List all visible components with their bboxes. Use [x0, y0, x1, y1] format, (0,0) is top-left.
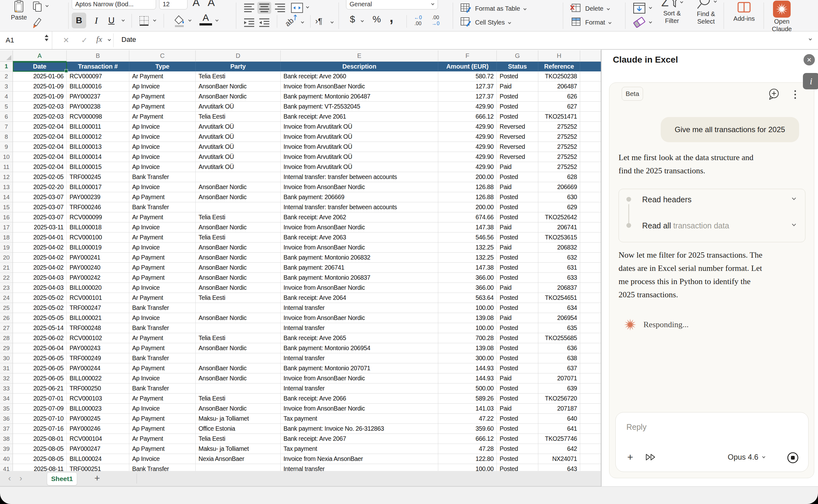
addins-button[interactable]: Add-ins — [730, 1, 758, 22]
cell-I38[interactable] — [580, 434, 601, 444]
sort-filter-button[interactable]: Z Sort & Filter — [656, 0, 688, 25]
cell-E41[interactable]: Internal transfer — [281, 464, 438, 471]
cell-C23[interactable]: Ap Invoice — [129, 283, 196, 293]
cell-I17[interactable] — [580, 222, 601, 232]
cell-F23[interactable]: 366.00 — [438, 283, 497, 293]
cell-C27[interactable]: Bank Transfer — [129, 323, 196, 333]
cell-C3[interactable]: Ap Invoice — [129, 81, 196, 92]
cell-A21[interactable]: 2025-04-02 — [13, 263, 67, 273]
cell-D38[interactable]: Telia Eesti — [196, 434, 281, 444]
cell-I40[interactable] — [580, 454, 601, 464]
row-header-39[interactable]: 39 — [0, 444, 13, 454]
cell-F11[interactable]: 429.90 — [438, 162, 497, 172]
cell-A35[interactable]: 2025-07-09 — [13, 404, 67, 414]
cell-D6[interactable]: Telia Eesti — [196, 112, 281, 122]
row-header-3[interactable]: 3 — [0, 81, 13, 92]
cell-B13[interactable]: BILL000017 — [67, 182, 129, 192]
cell-I37[interactable] — [580, 424, 601, 434]
cell-G34[interactable]: Posted — [497, 394, 538, 404]
number-format-box[interactable]: General — [346, 0, 438, 9]
cell-C40[interactable]: Ap Invoice — [129, 454, 196, 464]
cell-H4[interactable]: 626 — [538, 92, 580, 102]
row-header-20[interactable]: 20 — [0, 253, 13, 263]
cell-C14[interactable]: Ap Payment — [129, 192, 196, 202]
cell-B24[interactable]: RCV000101 — [67, 293, 129, 303]
cell-A41[interactable]: 2025-08-11 — [13, 464, 67, 471]
cell-E22[interactable]: Bank payment: Montonio 206837 — [281, 273, 438, 283]
copy-dropdown-icon[interactable] — [46, 4, 49, 7]
cell-C33[interactable]: Bank Transfer — [129, 384, 196, 394]
cell-A9[interactable]: 2025-02-04 — [13, 142, 67, 152]
cell-I13[interactable] — [580, 182, 601, 192]
cell-D5[interactable]: Arvutitark OÜ — [196, 102, 281, 112]
cell-C39[interactable]: Ap Payment — [129, 444, 196, 454]
cell-F25[interactable]: 100.00 — [438, 303, 497, 313]
cell-F22[interactable]: 366.00 — [438, 273, 497, 283]
cell-H37[interactable]: 641 — [538, 424, 580, 434]
cell-F7[interactable]: 429.90 — [438, 122, 497, 132]
skip-button[interactable] — [645, 453, 656, 462]
cell-I1[interactable] — [580, 62, 601, 71]
row-header-33[interactable]: 33 — [0, 384, 13, 394]
cell-G3[interactable]: Paid — [497, 81, 538, 92]
cell-D1[interactable]: Party — [196, 62, 281, 71]
font-color-dropdown-icon[interactable] — [216, 19, 219, 22]
cell-B4[interactable]: PAY000237 — [67, 92, 129, 102]
cell-I10[interactable] — [580, 152, 601, 162]
cell-E18[interactable]: Bank receipt: Arve 2063 — [281, 232, 438, 243]
row-header-15[interactable]: 15 — [0, 202, 13, 212]
align-top-icon[interactable] — [243, 3, 255, 14]
merge-center-icon[interactable] — [290, 2, 304, 15]
cell-A16[interactable]: 2025-03-07 — [13, 212, 67, 222]
cell-E8[interactable]: Invoice from Arvutitark OÜ — [281, 132, 438, 142]
row-header-16[interactable]: 16 — [0, 212, 13, 222]
cell-D11[interactable]: Arvutitark OÜ — [196, 162, 281, 172]
row-header-22[interactable]: 22 — [0, 273, 13, 283]
cell-B36[interactable]: PAY000245 — [67, 414, 129, 424]
currency-format-icon[interactable]: $ — [350, 14, 355, 25]
cell-F19[interactable]: 132.25 — [438, 243, 497, 253]
cell-G10[interactable]: Reversed — [497, 152, 538, 162]
cell-F9[interactable]: 429.90 — [438, 142, 497, 152]
cell-C29[interactable]: Ap Payment — [129, 343, 196, 353]
cell-E40[interactable]: Invoice from Nexia AnsonBaer — [281, 454, 438, 464]
cell-H8[interactable]: 275252 — [538, 132, 580, 142]
cell-H7[interactable]: 275252 — [538, 122, 580, 132]
cell-H20[interactable]: 632 — [538, 253, 580, 263]
row-header-17[interactable]: 17 — [0, 222, 13, 232]
cell-G38[interactable]: Posted — [497, 434, 538, 444]
cell-H3[interactable]: 206487 — [538, 81, 580, 92]
cell-C19[interactable]: Ap Invoice — [129, 243, 196, 253]
shrink-font-icon[interactable]: A — [208, 0, 215, 8]
cell-C31[interactable]: Ap Payment — [129, 363, 196, 373]
cell-C11[interactable]: Ap Invoice — [129, 162, 196, 172]
cell-H11[interactable]: 275252 — [538, 162, 580, 172]
cell-E10[interactable]: Invoice from Arvutitark OÜ — [281, 152, 438, 162]
cell-G21[interactable]: Posted — [497, 263, 538, 273]
cell-G27[interactable]: Posted — [497, 323, 538, 333]
cell-F18[interactable]: 546.56 — [438, 232, 497, 243]
cell-E28[interactable]: Bank receipt: Arve 2065 — [281, 333, 438, 343]
cell-G32[interactable]: Paid — [497, 373, 538, 384]
cell-F12[interactable]: 200.00 — [438, 172, 497, 182]
sheet-tab[interactable]: Sheet1 — [47, 472, 77, 485]
cell-B10[interactable]: BILL000014 — [67, 152, 129, 162]
cell-E2[interactable]: Bank receipt: Arve 2060 — [281, 71, 438, 81]
row-header-41[interactable]: 41 — [0, 464, 13, 471]
format-button[interactable]: Format — [570, 16, 611, 28]
cell-B7[interactable]: BILL000011 — [67, 122, 129, 132]
cell-B5[interactable]: PAY000238 — [67, 102, 129, 112]
column-header-G[interactable]: G — [497, 50, 538, 62]
cell-G18[interactable]: Posted — [497, 232, 538, 243]
cell-C25[interactable]: Bank Transfer — [129, 303, 196, 313]
cell-G41[interactable]: Posted — [497, 464, 538, 471]
cell-B31[interactable]: PAY000244 — [67, 363, 129, 373]
cell-A18[interactable]: 2025-04-01 — [13, 232, 67, 243]
cell-F29[interactable]: 139.08 — [438, 343, 497, 353]
row-header-27[interactable]: 27 — [0, 323, 13, 333]
clear-dropdown-icon[interactable] — [649, 20, 652, 24]
cell-B30[interactable]: TRF000249 — [67, 353, 129, 363]
cell-D40[interactable]: Nexia AnsonBaer — [196, 454, 281, 464]
column-header-partial[interactable] — [580, 50, 601, 62]
row-header-38[interactable]: 38 — [0, 434, 13, 444]
